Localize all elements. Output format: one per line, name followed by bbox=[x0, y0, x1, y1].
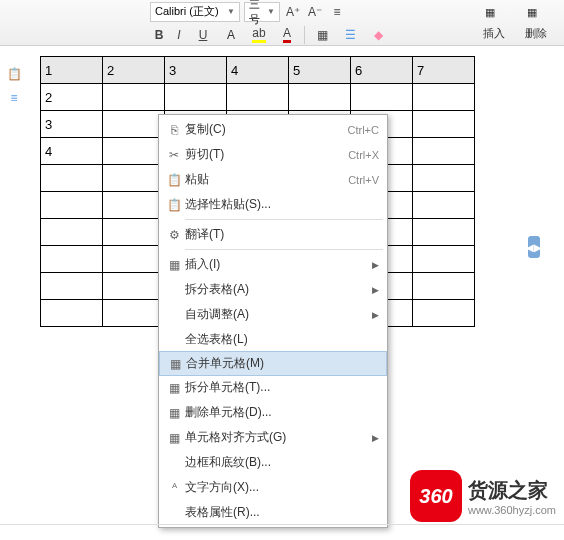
table-cell[interactable] bbox=[413, 273, 475, 300]
formatting-toolbar: Calibri (正文)▼ 三号▼ A⁺ A⁻ ≡ B I U A ab A ▦… bbox=[0, 0, 564, 46]
menu-item-delete-cell[interactable]: ▦删除单元格(D)... bbox=[159, 400, 387, 425]
table-cell[interactable]: 3 bbox=[41, 111, 103, 138]
table-cell[interactable] bbox=[103, 111, 165, 138]
menu-item-cut[interactable]: ✂剪切(T)Ctrl+X bbox=[159, 142, 387, 167]
table-cell[interactable] bbox=[41, 165, 103, 192]
watermark-url: www.360hyzj.com bbox=[468, 504, 556, 516]
menu-label: 合并单元格(M) bbox=[186, 355, 378, 372]
decrease-font-button[interactable]: A⁻ bbox=[306, 3, 324, 21]
table-cell[interactable] bbox=[103, 165, 165, 192]
table-cell[interactable] bbox=[103, 300, 165, 327]
font-size-combo[interactable]: 三号▼ bbox=[244, 2, 280, 22]
table-row: 2 bbox=[41, 84, 475, 111]
delete-menu-button[interactable]: ▦ 删除 bbox=[518, 1, 554, 45]
table-cell[interactable] bbox=[103, 273, 165, 300]
table-cell[interactable] bbox=[41, 192, 103, 219]
table-cell[interactable]: 4 bbox=[227, 57, 289, 84]
menu-item-insert[interactable]: ▦插入(I)▶ bbox=[159, 252, 387, 277]
table-cell[interactable]: 2 bbox=[103, 57, 165, 84]
font-color-button[interactable]: A bbox=[274, 26, 300, 44]
table-cell[interactable] bbox=[103, 138, 165, 165]
table-cell[interactable] bbox=[413, 138, 475, 165]
italic-button[interactable]: I bbox=[170, 26, 188, 44]
menu-label: 边框和底纹(B)... bbox=[185, 454, 379, 471]
table-cell[interactable]: 1 bbox=[41, 57, 103, 84]
paste-icon: 📋 bbox=[163, 171, 185, 189]
table-cell[interactable] bbox=[165, 84, 227, 111]
blank-icon bbox=[163, 306, 185, 324]
table-cell[interactable] bbox=[103, 192, 165, 219]
menu-item-text-dir[interactable]: ᴬ文字方向(X)... bbox=[159, 475, 387, 500]
menu-item-split[interactable]: ▦拆分单元格(T)... bbox=[159, 375, 387, 400]
grid-icon: ▦ bbox=[485, 6, 503, 24]
highlight-button[interactable]: ab bbox=[246, 26, 272, 44]
blank-icon bbox=[163, 454, 185, 472]
menu-item-17[interactable]: 表格属性(R)... bbox=[159, 500, 387, 525]
table-cell[interactable] bbox=[413, 165, 475, 192]
table-cell[interactable] bbox=[41, 273, 103, 300]
menu-item-15[interactable]: 边框和底纹(B)... bbox=[159, 450, 387, 475]
menu-item-10[interactable]: 全选表格(L) bbox=[159, 327, 387, 352]
page-width-handle[interactable]: ◀▶ bbox=[528, 236, 540, 258]
menu-item-align[interactable]: ▦单元格对齐方式(G)▶ bbox=[159, 425, 387, 450]
bold-button[interactable]: B bbox=[150, 26, 168, 44]
table-cell[interactable]: 5 bbox=[289, 57, 351, 84]
menu-item-merge[interactable]: ▦合并单元格(M) bbox=[159, 351, 387, 376]
table-cell[interactable] bbox=[289, 84, 351, 111]
menu-label: 粘贴 bbox=[185, 171, 348, 188]
line-spacing-button[interactable]: ≡ bbox=[328, 3, 346, 21]
table-cell[interactable]: 4 bbox=[41, 138, 103, 165]
menu-label: 翻译(T) bbox=[185, 226, 379, 243]
table-cell[interactable] bbox=[103, 219, 165, 246]
font-effect-button[interactable]: A bbox=[218, 26, 244, 44]
table-row: 1 2 3 4 5 6 7 bbox=[41, 57, 475, 84]
menu-item-translate[interactable]: ⚙翻译(T) bbox=[159, 222, 387, 247]
table-cell[interactable] bbox=[413, 300, 475, 327]
menu-item-8[interactable]: 拆分表格(A)▶ bbox=[159, 277, 387, 302]
table-cell[interactable]: 7 bbox=[413, 57, 475, 84]
font-name-combo[interactable]: Calibri (正文)▼ bbox=[150, 2, 240, 22]
table-cell[interactable] bbox=[227, 84, 289, 111]
eraser-button[interactable]: ◆ bbox=[365, 26, 391, 44]
table-cell[interactable] bbox=[41, 300, 103, 327]
chevron-right-icon: ▶ bbox=[372, 260, 379, 270]
arrow-icon[interactable]: ≡ bbox=[6, 90, 22, 106]
table-cell[interactable] bbox=[41, 219, 103, 246]
table-cell[interactable] bbox=[103, 84, 165, 111]
menu-item-9[interactable]: 自动调整(A)▶ bbox=[159, 302, 387, 327]
menu-label: 文字方向(X)... bbox=[185, 479, 379, 496]
table-cell[interactable] bbox=[413, 219, 475, 246]
watermark-badge: 360 bbox=[410, 470, 462, 522]
table-cell[interactable] bbox=[41, 246, 103, 273]
chevron-right-icon: ▶ bbox=[372, 310, 379, 320]
insert-menu-button[interactable]: ▦ 插入 bbox=[476, 1, 512, 45]
watermark-title: 货源之家 bbox=[468, 477, 556, 504]
increase-font-button[interactable]: A⁺ bbox=[284, 3, 302, 21]
menu-item-copy[interactable]: ⎘复制(C)Ctrl+C bbox=[159, 117, 387, 142]
menu-item-paste-special[interactable]: 📋选择性粘贴(S)... bbox=[159, 192, 387, 217]
table-cell[interactable] bbox=[413, 84, 475, 111]
table-cell[interactable] bbox=[413, 111, 475, 138]
insert-icon: ▦ bbox=[163, 256, 185, 274]
split-icon: ▦ bbox=[163, 379, 185, 397]
underline-button[interactable]: U bbox=[190, 26, 216, 44]
table-cell[interactable] bbox=[413, 246, 475, 273]
menu-separator bbox=[185, 219, 383, 220]
table-cell[interactable] bbox=[103, 246, 165, 273]
delete-cell-icon: ▦ bbox=[163, 404, 185, 422]
document-area: 📋 ≡ 1 2 3 4 5 6 7 2 3 4 ◀▶ ⎘复制(C)Ctrl+ bbox=[0, 46, 564, 540]
table-cell[interactable] bbox=[351, 84, 413, 111]
table-cell[interactable]: 3 bbox=[165, 57, 227, 84]
delete-label: 删除 bbox=[525, 26, 547, 41]
table-cell[interactable] bbox=[413, 192, 475, 219]
table-cell[interactable]: 2 bbox=[41, 84, 103, 111]
shading-button[interactable]: ☰ bbox=[337, 26, 363, 44]
paste-icon[interactable]: 📋 bbox=[6, 66, 22, 82]
menu-item-paste[interactable]: 📋粘贴Ctrl+V bbox=[159, 167, 387, 192]
menu-label: 表格属性(R)... bbox=[185, 504, 379, 521]
menu-shortcut: Ctrl+X bbox=[348, 149, 379, 161]
gutter-tools: 📋 ≡ bbox=[6, 66, 22, 106]
table-cell[interactable]: 6 bbox=[351, 57, 413, 84]
border-button[interactable]: ▦ bbox=[309, 26, 335, 44]
insert-label: 插入 bbox=[483, 26, 505, 41]
